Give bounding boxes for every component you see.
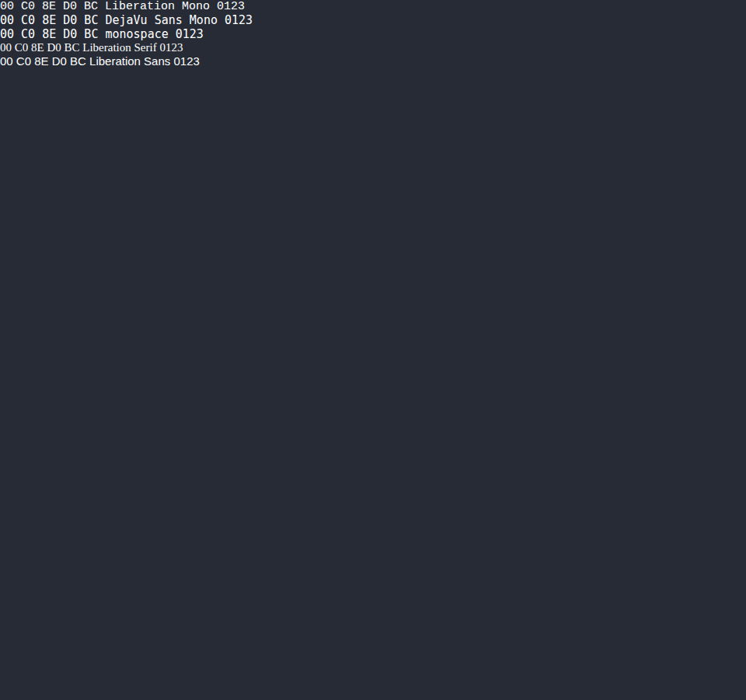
test-b: 00 C0 8E D0 BC DejaVu Sans Mono 0123 (0, 13, 746, 27)
test-c: 00 C0 8E D0 BC monospace 0123 (0, 27, 746, 41)
test-d: 00 C0 8E D0 BC Liberation Serif 0123 (0, 41, 746, 54)
test-a: 00 C0 8E D0 BC Liberation Mono 0123 (0, 0, 746, 13)
test-e: 00 C0 8E D0 BC Liberation Sans 0123 (0, 54, 746, 68)
